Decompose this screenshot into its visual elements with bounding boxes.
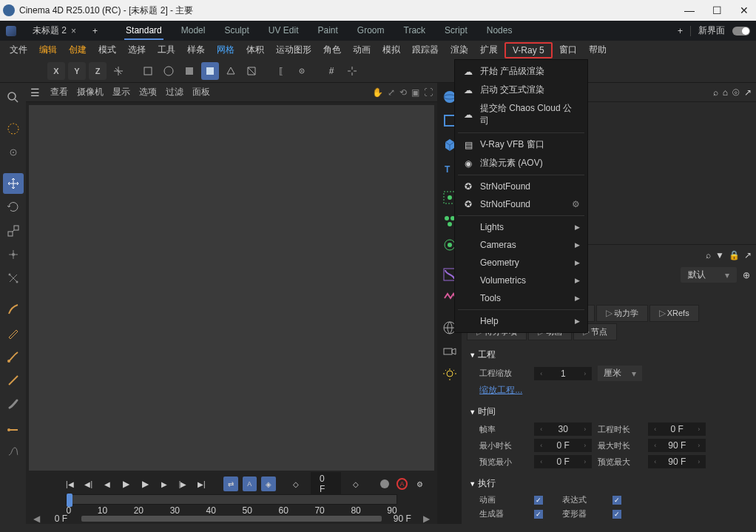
vp-menu-选项[interactable]: 选项 (139, 87, 157, 97)
close-button[interactable]: ✕ (740, 4, 749, 16)
current-frame-field[interactable]: 0 F (311, 472, 341, 496)
gen-checkbox[interactable]: ✓ (534, 510, 543, 519)
keymode-button[interactable]: ◈ (261, 477, 276, 491)
menu-样条[interactable]: 样条 (182, 41, 210, 58)
attr-filter-icon[interactable]: ▼ (715, 250, 724, 260)
record-key-button[interactable] (377, 477, 391, 491)
menu-运动图形[interactable]: 运动图形 (271, 41, 317, 58)
objmgr-eye-icon[interactable]: ⦾ (732, 87, 740, 98)
attr-popout-icon[interactable]: ↗ (744, 250, 752, 260)
menu-创建[interactable]: 创建 (64, 41, 92, 58)
prev-max-field[interactable]: ‹90 F› (648, 455, 706, 468)
vray-menuitem[interactable]: ☁启动 交互式渲染 (455, 81, 587, 99)
goto-end-button[interactable]: ▶| (195, 477, 209, 491)
gear-icon[interactable]: ⚙ (572, 199, 580, 209)
document-tab[interactable]: 未标题 2 × (27, 24, 82, 37)
rotate-tool[interactable] (3, 197, 24, 218)
sphere-wire-icon[interactable] (160, 62, 178, 80)
app-logo-icon[interactable] (6, 26, 16, 36)
axis-x-button[interactable]: X (47, 62, 65, 80)
viewport-menu-icon[interactable]: ☰ (30, 87, 40, 98)
anim-checkbox[interactable]: ✓ (534, 496, 543, 505)
new-layout-label[interactable]: 新界面 (698, 24, 725, 37)
minimize-button[interactable]: — (684, 4, 695, 16)
axis-y-button[interactable]: Y (68, 62, 86, 80)
attr-lock-icon[interactable]: 🔒 (729, 250, 740, 260)
vray-menuitem[interactable]: Tools▶ (455, 289, 587, 307)
poly-icon[interactable] (222, 62, 240, 80)
attr-mode-dropdown[interactable]: 默认▾ (681, 267, 737, 283)
proj-len-field[interactable]: ‹0 F› (648, 422, 706, 436)
bracket-left-icon[interactable]: ⟦ (272, 62, 290, 80)
autokey-button[interactable]: A (243, 477, 257, 491)
attr-tab-动力学[interactable]: ▷动力学 (596, 305, 648, 322)
section-exec[interactable]: 执行 (469, 474, 749, 493)
attr-tab-XRefs[interactable]: ▷XRefs (649, 305, 699, 322)
axis-z-button[interactable]: Z (89, 62, 107, 80)
vp-rotate-icon[interactable]: ⟲ (399, 87, 407, 98)
vray-menuitem[interactable]: ☁提交给 Chaos Cloud 公司 (455, 99, 587, 130)
vray-menuitem[interactable]: Help▶ (455, 312, 587, 330)
section-time[interactable]: 时间 (469, 403, 749, 421)
vray-menuitem[interactable]: ☁开始 产品级渲染 (455, 62, 587, 81)
menu-编辑[interactable]: 编辑 (34, 41, 62, 58)
objmgr-home-icon[interactable]: ⌂ (723, 87, 728, 98)
objmgr-search-icon[interactable]: ⌕ (713, 87, 718, 98)
menu-动画[interactable]: 动画 (348, 41, 376, 58)
snap-icon[interactable] (343, 62, 361, 80)
vray-menuitem[interactable]: Volumetrics▶ (455, 272, 587, 289)
axis-tool-icon[interactable] (3, 244, 24, 265)
vray-menuitem[interactable]: ▤V-Ray VFB 窗口 (455, 135, 587, 154)
maximize-button[interactable]: ☐ (712, 4, 722, 16)
menu-角色[interactable]: 角色 (318, 41, 346, 58)
vp-frame-icon[interactable]: ▣ (411, 87, 419, 98)
autokey-record-button[interactable]: A (396, 478, 408, 490)
vp-expand-icon[interactable]: ⛶ (424, 87, 433, 98)
move-tool[interactable] (3, 173, 24, 194)
vray-menuitem[interactable]: Geometry▶ (455, 254, 587, 272)
menu-模式[interactable]: 模式 (93, 41, 121, 58)
expr-checkbox[interactable]: ✓ (612, 496, 621, 505)
cube-shaded-icon[interactable] (180, 62, 198, 80)
cube-wire-icon[interactable] (139, 62, 157, 80)
prev-key-button[interactable]: ◀| (81, 477, 95, 491)
prev-frame-button[interactable]: ◀ (100, 477, 114, 491)
brush-tool-icon[interactable] (3, 299, 24, 320)
menu-选择[interactable]: 选择 (123, 41, 151, 58)
menu-渲染[interactable]: 渲染 (445, 41, 473, 58)
vp-zoom-icon[interactable]: ⤢ (388, 87, 395, 98)
vp-menu-过滤[interactable]: 过滤 (166, 87, 183, 97)
play-button[interactable]: ▶ (138, 477, 152, 491)
add-document-button[interactable]: + (88, 26, 102, 36)
menu-网格[interactable]: 网格 (212, 41, 240, 58)
vray-menuitem[interactable]: Lights▶ (455, 218, 587, 236)
grid-icon[interactable]: # (323, 62, 340, 80)
vp-menu-显示[interactable]: 显示 (112, 87, 130, 97)
next-frame-button[interactable]: ▶ (157, 477, 171, 491)
max-len-field[interactable]: ‹90 F› (648, 439, 706, 452)
viewport-canvas[interactable] (29, 105, 433, 471)
proj-scale-field[interactable]: ‹1› (534, 367, 592, 380)
layout-toggle[interactable] (732, 27, 750, 36)
layout-model[interactable]: Model (180, 22, 207, 40)
coord-system-button[interactable] (109, 62, 127, 80)
poly2-icon[interactable] (243, 62, 260, 80)
select-tool[interactable] (3, 118, 24, 139)
min-len-field[interactable]: ‹0 F› (534, 439, 592, 452)
light-icon[interactable] (439, 364, 461, 386)
vray-menuitem[interactable]: ✪StrNotFound (455, 178, 587, 195)
layout-script[interactable]: Script (443, 22, 469, 40)
layout-sculpt[interactable]: Sculpt (223, 22, 250, 40)
vp-hand-icon[interactable]: ✋ (372, 87, 383, 98)
fps-field[interactable]: ‹30› (534, 422, 592, 436)
menu-跟踪器[interactable]: 跟踪器 (407, 41, 444, 58)
timeline-ruler[interactable]: 0102030405060708090 (26, 494, 436, 516)
goto-start-button[interactable]: |◀ (63, 477, 77, 491)
scale-project-button[interactable]: 缩放工程... (469, 383, 749, 398)
proj-scale-unit[interactable]: 厘米▾ (598, 366, 642, 381)
key-prev-icon[interactable]: ◇ (289, 477, 303, 491)
layout-track[interactable]: Track (402, 22, 428, 40)
layout-standard[interactable]: Standard (124, 22, 163, 40)
attr-search-icon[interactable]: ⌕ (706, 250, 711, 260)
layout-uv edit[interactable]: UV Edit (267, 22, 300, 40)
